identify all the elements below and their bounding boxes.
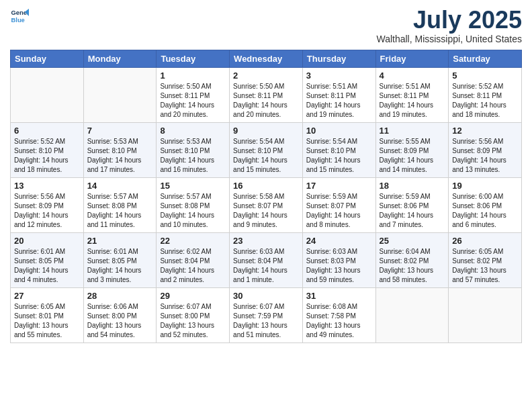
day-number: 7 bbox=[87, 126, 153, 136]
svg-text:Blue: Blue bbox=[11, 17, 25, 24]
day-number: 15 bbox=[160, 181, 226, 191]
day-number: 1 bbox=[160, 71, 226, 81]
col-sunday: Sunday bbox=[11, 50, 84, 67]
calendar-cell: 5 Sunrise: 5:52 AMSunset: 8:11 PMDayligh… bbox=[449, 67, 522, 122]
calendar-cell: 27 Sunrise: 6:05 AMSunset: 8:01 PMDaylig… bbox=[11, 287, 84, 342]
calendar-header-row: Sunday Monday Tuesday Wednesday Thursday… bbox=[11, 50, 522, 67]
calendar-cell: 15 Sunrise: 5:57 AMSunset: 8:08 PMDaylig… bbox=[157, 177, 230, 232]
cell-details: Sunrise: 5:54 AMSunset: 8:10 PMDaylight:… bbox=[306, 138, 361, 173]
cell-details: Sunrise: 5:59 AMSunset: 8:06 PMDaylight:… bbox=[380, 193, 434, 228]
day-number: 24 bbox=[306, 236, 372, 246]
calendar-cell: 16 Sunrise: 5:58 AMSunset: 8:07 PMDaylig… bbox=[230, 177, 303, 232]
cell-details: Sunrise: 5:51 AMSunset: 8:11 PMDaylight:… bbox=[380, 83, 434, 118]
cell-details: Sunrise: 6:01 AMSunset: 8:05 PMDaylight:… bbox=[14, 248, 69, 283]
calendar-cell: 14 Sunrise: 5:57 AMSunset: 8:08 PMDaylig… bbox=[83, 177, 157, 232]
col-saturday: Saturday bbox=[449, 50, 522, 67]
calendar-cell: 22 Sunrise: 6:02 AMSunset: 8:04 PMDaylig… bbox=[157, 232, 230, 287]
week-row-1: 1 Sunrise: 5:50 AMSunset: 8:11 PMDayligh… bbox=[11, 67, 522, 122]
day-number: 22 bbox=[160, 236, 226, 246]
cell-details: Sunrise: 5:57 AMSunset: 8:08 PMDaylight:… bbox=[87, 193, 142, 228]
calendar-cell: 12 Sunrise: 5:56 AMSunset: 8:09 PMDaylig… bbox=[449, 122, 522, 177]
calendar-table: Sunday Monday Tuesday Wednesday Thursday… bbox=[10, 50, 522, 343]
day-number: 25 bbox=[380, 236, 445, 246]
week-row-4: 20 Sunrise: 6:01 AMSunset: 8:05 PMDaylig… bbox=[11, 232, 522, 287]
day-number: 21 bbox=[87, 236, 153, 246]
calendar-cell: 6 Sunrise: 5:52 AMSunset: 8:10 PMDayligh… bbox=[11, 122, 84, 177]
day-number: 31 bbox=[306, 291, 372, 301]
cell-details: Sunrise: 5:56 AMSunset: 8:09 PMDaylight:… bbox=[452, 138, 506, 173]
calendar-cell: 21 Sunrise: 6:01 AMSunset: 8:05 PMDaylig… bbox=[83, 232, 157, 287]
day-number: 29 bbox=[160, 291, 226, 301]
col-tuesday: Tuesday bbox=[157, 50, 230, 67]
calendar-cell: 31 Sunrise: 6:08 AMSunset: 7:58 PMDaylig… bbox=[302, 287, 375, 342]
calendar-cell: 3 Sunrise: 5:51 AMSunset: 8:11 PMDayligh… bbox=[302, 67, 375, 122]
day-number: 17 bbox=[306, 181, 372, 191]
day-number: 11 bbox=[380, 126, 445, 136]
day-number: 2 bbox=[233, 71, 299, 81]
calendar-cell: 7 Sunrise: 5:53 AMSunset: 8:10 PMDayligh… bbox=[83, 122, 157, 177]
cell-details: Sunrise: 6:06 AMSunset: 8:00 PMDaylight:… bbox=[87, 303, 142, 338]
day-number: 14 bbox=[87, 181, 153, 191]
subtitle: Walthall, Mississippi, United States bbox=[376, 34, 522, 44]
week-row-2: 6 Sunrise: 5:52 AMSunset: 8:10 PMDayligh… bbox=[11, 122, 522, 177]
cell-details: Sunrise: 5:50 AMSunset: 8:11 PMDaylight:… bbox=[233, 83, 287, 118]
logo-icon: General Blue bbox=[10, 7, 29, 26]
cell-details: Sunrise: 5:59 AMSunset: 8:07 PMDaylight:… bbox=[306, 193, 361, 228]
page: General Blue July 2025 Walthall, Mississ… bbox=[0, 0, 532, 411]
calendar-cell bbox=[375, 287, 449, 342]
calendar-cell: 1 Sunrise: 5:50 AMSunset: 8:11 PMDayligh… bbox=[157, 67, 230, 122]
day-number: 30 bbox=[233, 291, 299, 301]
calendar-cell: 25 Sunrise: 6:04 AMSunset: 8:02 PMDaylig… bbox=[375, 232, 449, 287]
day-number: 9 bbox=[233, 126, 299, 136]
cell-details: Sunrise: 5:58 AMSunset: 8:07 PMDaylight:… bbox=[233, 193, 287, 228]
cell-details: Sunrise: 6:03 AMSunset: 8:04 PMDaylight:… bbox=[233, 248, 287, 283]
col-monday: Monday bbox=[83, 50, 157, 67]
calendar-cell: 17 Sunrise: 5:59 AMSunset: 8:07 PMDaylig… bbox=[302, 177, 375, 232]
col-wednesday: Wednesday bbox=[230, 50, 303, 67]
day-number: 6 bbox=[14, 126, 80, 136]
calendar-cell: 28 Sunrise: 6:06 AMSunset: 8:00 PMDaylig… bbox=[83, 287, 157, 342]
day-number: 10 bbox=[306, 126, 372, 136]
day-number: 28 bbox=[87, 291, 153, 301]
calendar-cell: 20 Sunrise: 6:01 AMSunset: 8:05 PMDaylig… bbox=[11, 232, 84, 287]
day-number: 12 bbox=[452, 126, 518, 136]
cell-details: Sunrise: 6:07 AMSunset: 7:59 PMDaylight:… bbox=[233, 303, 287, 338]
calendar-cell: 23 Sunrise: 6:03 AMSunset: 8:04 PMDaylig… bbox=[230, 232, 303, 287]
calendar-cell: 2 Sunrise: 5:50 AMSunset: 8:11 PMDayligh… bbox=[230, 67, 303, 122]
cell-details: Sunrise: 5:57 AMSunset: 8:08 PMDaylight:… bbox=[160, 193, 214, 228]
calendar-cell: 4 Sunrise: 5:51 AMSunset: 8:11 PMDayligh… bbox=[375, 67, 449, 122]
cell-details: Sunrise: 5:54 AMSunset: 8:10 PMDaylight:… bbox=[233, 138, 287, 173]
calendar-cell bbox=[11, 67, 84, 122]
main-title: July 2025 bbox=[376, 7, 522, 34]
week-row-5: 27 Sunrise: 6:05 AMSunset: 8:01 PMDaylig… bbox=[11, 287, 522, 342]
cell-details: Sunrise: 6:01 AMSunset: 8:05 PMDaylight:… bbox=[87, 248, 142, 283]
header: General Blue July 2025 Walthall, Mississ… bbox=[10, 7, 522, 44]
logo: General Blue bbox=[10, 7, 29, 26]
day-number: 19 bbox=[452, 181, 518, 191]
cell-details: Sunrise: 5:53 AMSunset: 8:10 PMDaylight:… bbox=[87, 138, 142, 173]
day-number: 27 bbox=[14, 291, 80, 301]
day-number: 16 bbox=[233, 181, 299, 191]
cell-details: Sunrise: 6:00 AMSunset: 8:06 PMDaylight:… bbox=[452, 193, 506, 228]
calendar-cell: 11 Sunrise: 5:55 AMSunset: 8:09 PMDaylig… bbox=[375, 122, 449, 177]
day-number: 3 bbox=[306, 71, 372, 81]
cell-details: Sunrise: 6:07 AMSunset: 8:00 PMDaylight:… bbox=[160, 303, 214, 338]
col-thursday: Thursday bbox=[302, 50, 375, 67]
calendar-cell: 29 Sunrise: 6:07 AMSunset: 8:00 PMDaylig… bbox=[157, 287, 230, 342]
title-section: July 2025 Walthall, Mississippi, United … bbox=[376, 7, 522, 44]
cell-details: Sunrise: 6:05 AMSunset: 8:01 PMDaylight:… bbox=[14, 303, 69, 338]
cell-details: Sunrise: 6:08 AMSunset: 7:58 PMDaylight:… bbox=[306, 303, 361, 338]
day-number: 4 bbox=[380, 71, 445, 81]
calendar-cell: 30 Sunrise: 6:07 AMSunset: 7:59 PMDaylig… bbox=[230, 287, 303, 342]
cell-details: Sunrise: 5:56 AMSunset: 8:09 PMDaylight:… bbox=[14, 193, 69, 228]
calendar-cell: 24 Sunrise: 6:03 AMSunset: 8:03 PMDaylig… bbox=[302, 232, 375, 287]
calendar-cell: 26 Sunrise: 6:05 AMSunset: 8:02 PMDaylig… bbox=[449, 232, 522, 287]
cell-details: Sunrise: 5:51 AMSunset: 8:11 PMDaylight:… bbox=[306, 83, 361, 118]
cell-details: Sunrise: 5:50 AMSunset: 8:11 PMDaylight:… bbox=[160, 83, 214, 118]
cell-details: Sunrise: 5:52 AMSunset: 8:10 PMDaylight:… bbox=[14, 138, 69, 173]
calendar-cell bbox=[449, 287, 522, 342]
calendar-cell: 18 Sunrise: 5:59 AMSunset: 8:06 PMDaylig… bbox=[375, 177, 449, 232]
day-number: 20 bbox=[14, 236, 80, 246]
cell-details: Sunrise: 5:52 AMSunset: 8:11 PMDaylight:… bbox=[452, 83, 506, 118]
day-number: 13 bbox=[14, 181, 80, 191]
